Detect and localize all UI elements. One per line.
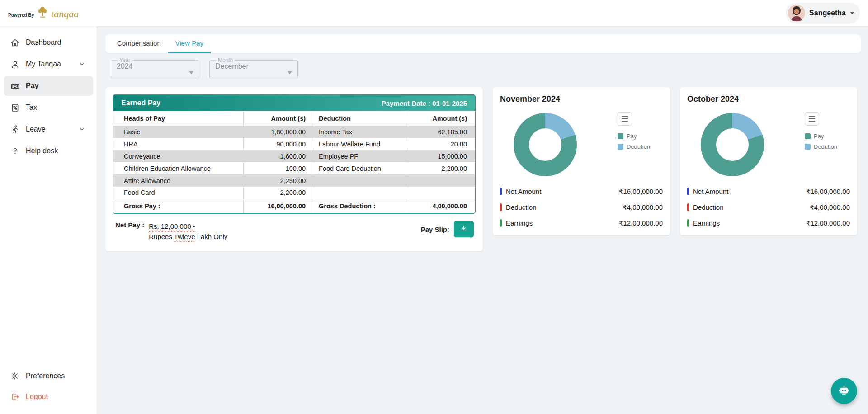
sidebar-item-label: Help desk <box>26 147 58 155</box>
table-row: HRA 90,000.00 Labour Welfare Fund 20.00 <box>113 138 475 150</box>
pay-slip-label: Pay Slip: <box>421 226 449 233</box>
deduction-amount-cell: 20.00 <box>408 138 475 150</box>
column-header: Deduction <box>314 111 408 126</box>
tab-compensation[interactable]: Compensation <box>110 34 168 53</box>
sidebar-item-label: Dashboard <box>26 38 61 47</box>
sidebar: Dashboard My Tanqaa Pay <box>0 26 97 414</box>
legend-swatch <box>805 133 811 139</box>
chatbot-fab-button[interactable] <box>831 378 857 404</box>
sidebar-item-label: Preferences <box>26 372 65 380</box>
deduction-cell <box>314 187 408 199</box>
tax-icon <box>10 103 20 113</box>
column-header: Amount (s) <box>408 111 475 126</box>
year-select[interactable]: Year 2024 <box>111 58 199 79</box>
legend-item-dedution: Dedution <box>618 143 650 150</box>
column-header: Heads of Pay <box>113 111 243 126</box>
chevron-down-icon <box>79 126 85 132</box>
sidebar-item-help-desk[interactable]: Help desk <box>4 141 93 161</box>
dropdown-caret-icon <box>288 71 292 74</box>
top-bar: Powered By tanqaa Sangeetha <box>0 0 868 26</box>
table-header-row: Heads of Pay Amount (s) Deduction Amount… <box>113 111 475 126</box>
tree-logo-icon <box>37 6 48 20</box>
deduction-cell <box>314 174 408 187</box>
deduction-cell: Food Card Deduction <box>314 162 408 174</box>
tab-view-pay[interactable]: View Pay <box>168 34 211 53</box>
deduction-amount-cell <box>408 174 475 187</box>
stat-color-bar <box>687 203 689 211</box>
amount-cell: 1,600.00 <box>243 150 314 162</box>
deduction-cell: Income Tax <box>314 126 408 138</box>
person-icon <box>10 59 20 69</box>
stat-row: Net Amount ₹16,00,000.00 <box>687 183 850 199</box>
sidebar-item-dashboard[interactable]: Dashboard <box>4 33 93 52</box>
table-row: Basic 1,80,000.00 Income Tax 62,185.00 <box>113 126 475 138</box>
month-select[interactable]: Month December <box>209 58 298 79</box>
deduction-amount-cell: 2,200.00 <box>408 162 475 174</box>
download-payslip-button[interactable] <box>454 221 474 237</box>
head-cell: Attire Allowance <box>113 174 243 187</box>
gear-icon <box>10 371 20 381</box>
net-pay-words: Rupees Twleve Lakh Only <box>149 231 227 242</box>
net-pay-amount: Rs. 12,00,000 - <box>149 222 195 230</box>
sidebar-item-label: My Tanqaa <box>26 60 61 68</box>
earned-pay-title: Earned Pay <box>121 99 160 107</box>
stat-row: Net Amount ₹16,00,000.00 <box>500 183 663 199</box>
sidebar-item-leave[interactable]: Leave <box>4 119 93 139</box>
home-icon <box>10 38 20 47</box>
head-cell: Food Card <box>113 187 243 199</box>
sidebar-item-my-tanqaa[interactable]: My Tanqaa <box>4 54 93 74</box>
table-row: Children Education Allowance 100.00 Food… <box>113 162 475 174</box>
legend-swatch <box>618 133 623 139</box>
money-icon <box>10 81 20 91</box>
earned-pay-card: Earned Pay Payment Date : 01-01-2025 Hea… <box>105 87 483 251</box>
table-row: Food Card 2,200.00 <box>113 187 475 199</box>
table-row: Attire Allowance 2,250.00 <box>113 174 475 187</box>
walking-person-icon <box>10 124 20 134</box>
year-select-value: 2024 <box>117 62 193 71</box>
earned-pay-table-box: Earned Pay Payment Date : 01-01-2025 Hea… <box>113 94 476 214</box>
amount-cell: 1,80,000.00 <box>243 126 314 138</box>
filter-row: Year 2024 Month December <box>111 58 861 79</box>
robot-icon <box>838 384 850 398</box>
stat-row: Earnings ₹12,00,000.00 <box>687 215 850 231</box>
gross-pay-value: 16,00,000.00 <box>243 199 314 213</box>
user-menu[interactable]: Sangeetha <box>786 3 860 24</box>
stat-color-bar <box>687 219 689 227</box>
head-cell: Basic <box>113 126 243 138</box>
gross-deduction-value: 4,00,000.00 <box>408 199 475 213</box>
table-row: Conveyance 1,600.00 Employee PF 15,000.0… <box>113 150 475 162</box>
stat-color-bar <box>687 188 689 195</box>
sidebar-item-label: Logout <box>26 393 48 401</box>
sidebar-item-logout[interactable]: Logout <box>4 387 93 407</box>
amount-cell: 2,200.00 <box>243 187 314 199</box>
download-icon <box>460 225 468 234</box>
column-header: Amount (s) <box>243 111 314 126</box>
deduction-amount-cell <box>408 187 475 199</box>
legend-swatch <box>805 144 811 150</box>
sidebar-item-label: Leave <box>26 125 46 133</box>
net-pay-section: Net Pay : Rs. 12,00,000 - Rupees Twleve … <box>113 221 476 244</box>
stat-color-bar <box>500 203 502 211</box>
gross-pay-label: Gross Pay : <box>113 199 243 213</box>
sidebar-item-preferences[interactable]: Preferences <box>4 366 93 386</box>
legend-swatch <box>618 144 623 150</box>
gross-deduction-label: Gross Deduction : <box>314 199 408 213</box>
earned-pay-table: Heads of Pay Amount (s) Deduction Amount… <box>113 111 475 213</box>
sidebar-item-tax[interactable]: Tax <box>4 98 93 118</box>
sidebar-item-label: Tax <box>26 104 37 112</box>
chart-menu-button[interactable] <box>805 112 819 126</box>
chart-menu-button[interactable] <box>618 112 632 126</box>
brand-name: tanqaa <box>51 8 79 20</box>
amount-cell: 90,000.00 <box>243 138 314 150</box>
sidebar-item-pay[interactable]: Pay <box>4 76 93 96</box>
donut-chart <box>701 113 764 176</box>
amount-cell: 100.00 <box>243 162 314 174</box>
main-content: Compensation View Pay Year 2024 Month De… <box>97 26 868 414</box>
chart-stats: Net Amount ₹16,00,000.00 Deduction ₹4,00… <box>500 183 663 231</box>
stat-row: Deduction ₹4,00,000.00 <box>500 199 663 215</box>
deduction-cell: Labour Welfare Fund <box>314 138 408 150</box>
dropdown-caret-icon <box>189 71 193 74</box>
deduction-amount-cell: 62,185.00 <box>408 126 475 138</box>
stat-color-bar <box>500 219 502 227</box>
stat-color-bar <box>500 188 502 195</box>
